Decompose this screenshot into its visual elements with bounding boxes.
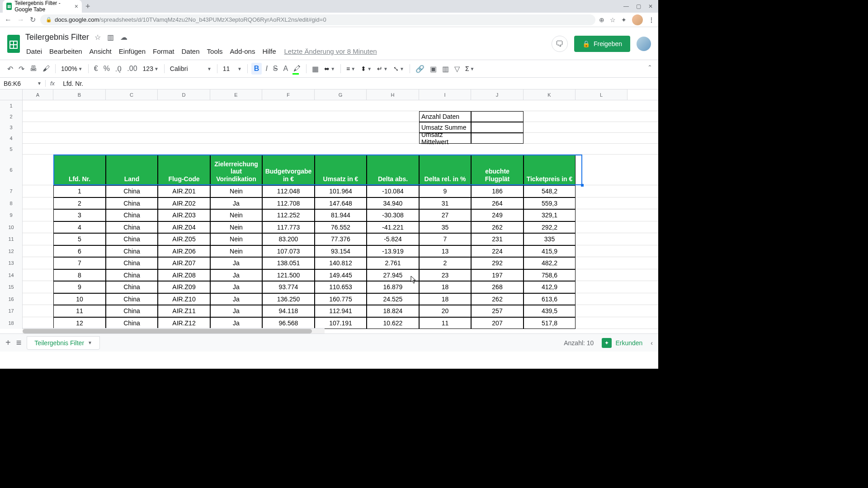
cell[interactable]: [23, 245, 53, 258]
cell[interactable]: [471, 133, 524, 144]
cell[interactable]: [576, 122, 627, 133]
cell[interactable]: 548,2: [524, 185, 576, 197]
cell[interactable]: [576, 209, 627, 221]
filter-button[interactable]: ▽: [453, 63, 462, 75]
cell[interactable]: [210, 144, 262, 155]
cell[interactable]: [210, 100, 262, 111]
cell[interactable]: [106, 133, 158, 144]
sheet-tab-menu-icon[interactable]: ▼: [88, 340, 92, 345]
cell[interactable]: AIR.Z06: [158, 245, 210, 258]
bold-button[interactable]: B: [251, 63, 262, 75]
cell[interactable]: -10.084: [367, 185, 419, 197]
cell[interactable]: 117.773: [262, 221, 315, 234]
cell[interactable]: 1: [53, 185, 106, 197]
col-g[interactable]: G: [315, 89, 367, 100]
cell[interactable]: 292: [471, 257, 524, 269]
cell[interactable]: Umsatz in €: [315, 155, 367, 185]
cell[interactable]: 112.252: [262, 209, 315, 221]
cell[interactable]: [576, 155, 627, 185]
col-e[interactable]: E: [210, 89, 262, 100]
cloud-icon[interactable]: ☁: [120, 33, 127, 42]
cell[interactable]: [576, 133, 627, 144]
close-window-icon[interactable]: ✕: [648, 3, 653, 9]
row-header[interactable]: 4: [0, 133, 23, 144]
cell[interactable]: 18: [419, 293, 471, 305]
cell[interactable]: [53, 144, 106, 155]
cell[interactable]: [576, 111, 627, 122]
cell[interactable]: [106, 122, 158, 133]
cell[interactable]: [210, 133, 262, 144]
cell[interactable]: 121.500: [262, 269, 315, 282]
cell[interactable]: 149.445: [315, 269, 367, 282]
cell[interactable]: 12: [53, 317, 106, 329]
cell[interactable]: 10.622: [367, 317, 419, 329]
cell[interactable]: China: [106, 209, 158, 221]
document-title[interactable]: Teilergebnis Filter: [23, 33, 89, 42]
last-edit-link[interactable]: Letzte Änderung vor 8 Minuten: [284, 47, 377, 55]
decrease-decimal-button[interactable]: .0̣: [113, 63, 123, 75]
italic-button[interactable]: I: [264, 63, 269, 75]
cell[interactable]: [576, 293, 627, 305]
spreadsheet-grid[interactable]: A B C D E F G H I J K L 12Anzahl Daten3U…: [0, 89, 658, 333]
cell[interactable]: 329,1: [524, 209, 576, 221]
favorite-icon[interactable]: ☆: [610, 16, 616, 23]
cell[interactable]: 262: [471, 221, 524, 234]
cell[interactable]: Budgetvorgabe in €: [262, 155, 315, 185]
borders-button[interactable]: ▦: [310, 63, 321, 75]
cell[interactable]: [367, 133, 419, 144]
cell[interactable]: [524, 144, 576, 155]
cell[interactable]: Ja: [210, 281, 262, 293]
cell[interactable]: [53, 111, 106, 122]
col-b[interactable]: B: [53, 89, 106, 100]
cell[interactable]: [576, 269, 627, 282]
cell[interactable]: [262, 111, 315, 122]
cell[interactable]: [210, 122, 262, 133]
cell[interactable]: [23, 233, 53, 245]
cell[interactable]: [23, 133, 53, 144]
cell[interactable]: [315, 144, 367, 155]
account-avatar[interactable]: [637, 37, 651, 51]
cell[interactable]: [576, 257, 627, 269]
cell[interactable]: 77.376: [315, 233, 367, 245]
cell[interactable]: China: [106, 257, 158, 269]
selection-count[interactable]: Anzahl: 10: [564, 339, 594, 347]
col-h[interactable]: H: [367, 89, 419, 100]
cell[interactable]: [262, 144, 315, 155]
cell[interactable]: [576, 185, 627, 197]
cell[interactable]: [524, 133, 576, 144]
cell[interactable]: [262, 100, 315, 111]
font-select[interactable]: Calibri▼: [168, 65, 213, 72]
cell[interactable]: China: [106, 185, 158, 197]
cell[interactable]: [471, 122, 524, 133]
cell[interactable]: [367, 144, 419, 155]
cell[interactable]: 7: [53, 257, 106, 269]
forward-button[interactable]: →: [16, 15, 25, 25]
row-header[interactable]: 8: [0, 197, 23, 210]
cell[interactable]: Ja: [210, 293, 262, 305]
col-f[interactable]: F: [262, 89, 315, 100]
cell[interactable]: Delta abs.: [367, 155, 419, 185]
cell[interactable]: 207: [471, 317, 524, 329]
cell[interactable]: [315, 122, 367, 133]
cell[interactable]: 264: [471, 197, 524, 210]
cell[interactable]: [23, 197, 53, 210]
cell[interactable]: [576, 197, 627, 210]
cell[interactable]: China: [106, 221, 158, 234]
cell[interactable]: [158, 144, 210, 155]
zoom-icon[interactable]: ⊕: [599, 16, 604, 23]
select-all-corner[interactable]: [0, 89, 23, 100]
functions-button[interactable]: Σ▼: [463, 65, 476, 72]
cell[interactable]: [262, 122, 315, 133]
extension-icon[interactable]: ✦: [621, 16, 627, 23]
percent-button[interactable]: %: [102, 63, 112, 75]
menu-datei[interactable]: Datei: [24, 47, 45, 56]
cell[interactable]: -13.919: [367, 245, 419, 258]
move-icon[interactable]: ▥: [107, 33, 114, 42]
cell[interactable]: 4: [53, 221, 106, 234]
cell[interactable]: [23, 111, 53, 122]
cell[interactable]: [524, 122, 576, 133]
row-header[interactable]: 10: [0, 221, 23, 234]
row-header[interactable]: 9: [0, 209, 23, 221]
cell[interactable]: 16.879: [367, 281, 419, 293]
cell[interactable]: 6: [53, 245, 106, 258]
